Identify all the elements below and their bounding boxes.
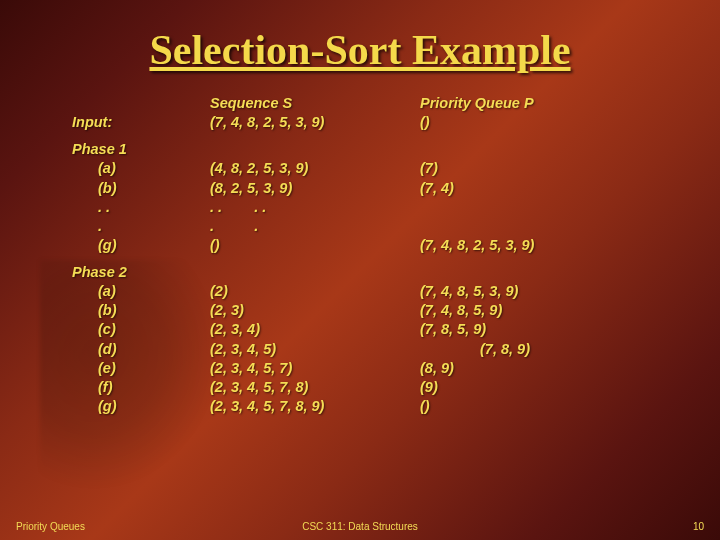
seq-cell: (2, 3, 4, 5) (210, 340, 420, 359)
pq-cell: (7) (420, 159, 680, 178)
header-row: Sequence S Priority Queue P (72, 94, 680, 113)
seq-cell: (2, 3, 4, 5, 7, 8) (210, 378, 420, 397)
header-col1 (72, 94, 210, 113)
seq-cell: . . . . (210, 198, 420, 217)
slide-body: Sequence S Priority Queue P Input: (7, 4… (72, 94, 680, 416)
table-row: (e) (2, 3, 4, 5, 7) (8, 9) (72, 359, 680, 378)
step-label: (g) (72, 236, 210, 255)
input-row: Input: (7, 4, 8, 2, 5, 3, 9) () (72, 113, 680, 132)
pq-cell: (7, 4, 8, 5, 9) (420, 301, 680, 320)
phase2-label-row: Phase 2 (72, 263, 680, 282)
seq-cell: (8, 2, 5, 3, 9) (210, 179, 420, 198)
table-row: (b) (2, 3) (7, 4, 8, 5, 9) (72, 301, 680, 320)
pq-cell: (7, 8, 9) (420, 340, 680, 359)
pq-cell: (9) (420, 378, 680, 397)
pq-cell: (7, 4, 8, 2, 5, 3, 9) (420, 236, 680, 255)
header-priority-queue: Priority Queue P (420, 94, 680, 113)
table-row: (a) (4, 8, 2, 5, 3, 9) (7) (72, 159, 680, 178)
table-row: (g) () (7, 4, 8, 2, 5, 3, 9) (72, 236, 680, 255)
step-label: (f) (72, 378, 210, 397)
step-label: (b) (72, 301, 210, 320)
seq-cell: (2) (210, 282, 420, 301)
phase2-label: Phase 2 (72, 263, 210, 282)
step-label: (g) (72, 397, 210, 416)
step-label: . (72, 217, 210, 236)
step-label: . . (72, 198, 210, 217)
step-label: (e) (72, 359, 210, 378)
pq-cell (420, 198, 680, 217)
seq-cell: (2, 3, 4, 5, 7) (210, 359, 420, 378)
table-row: (a) (2) (7, 4, 8, 5, 3, 9) (72, 282, 680, 301)
seq-cell: (2, 3) (210, 301, 420, 320)
table-row: (b) (8, 2, 5, 3, 9) (7, 4) (72, 179, 680, 198)
step-label: (b) (72, 179, 210, 198)
phase1-label-row: Phase 1 (72, 140, 680, 159)
step-label: (a) (72, 282, 210, 301)
table-row: (g) (2, 3, 4, 5, 7, 8, 9) () (72, 397, 680, 416)
table-row: (c) (2, 3, 4) (7, 8, 5, 9) (72, 320, 680, 339)
seq-cell: (2, 3, 4) (210, 320, 420, 339)
seq-cell: (2, 3, 4, 5, 7, 8, 9) (210, 397, 420, 416)
pq-cell: () (420, 397, 680, 416)
pq-cell (420, 217, 680, 236)
footer-center: CSC 311: Data Structures (16, 521, 704, 532)
pq-cell: (7, 4, 8, 5, 3, 9) (420, 282, 680, 301)
step-label: (d) (72, 340, 210, 359)
table-row: (f) (2, 3, 4, 5, 7, 8) (9) (72, 378, 680, 397)
table-row: . . . . . . (72, 198, 680, 217)
seq-cell: (4, 8, 2, 5, 3, 9) (210, 159, 420, 178)
slide-footer: Priority Queues CSC 311: Data Structures… (16, 521, 704, 532)
table-row: (d) (2, 3, 4, 5) (7, 8, 9) (72, 340, 680, 359)
input-label: Input: (72, 113, 210, 132)
step-label: (a) (72, 159, 210, 178)
pq-cell: (7, 4) (420, 179, 680, 198)
input-pq: () (420, 113, 680, 132)
input-seq: (7, 4, 8, 2, 5, 3, 9) (210, 113, 420, 132)
table-row: . . . (72, 217, 680, 236)
pq-cell: (8, 9) (420, 359, 680, 378)
header-sequence: Sequence S (210, 94, 420, 113)
step-label: (c) (72, 320, 210, 339)
seq-cell: . . (210, 217, 420, 236)
pq-cell: (7, 8, 5, 9) (420, 320, 680, 339)
seq-cell: () (210, 236, 420, 255)
phase1-label: Phase 1 (72, 140, 210, 159)
slide-title: Selection-Sort Example (0, 26, 720, 74)
